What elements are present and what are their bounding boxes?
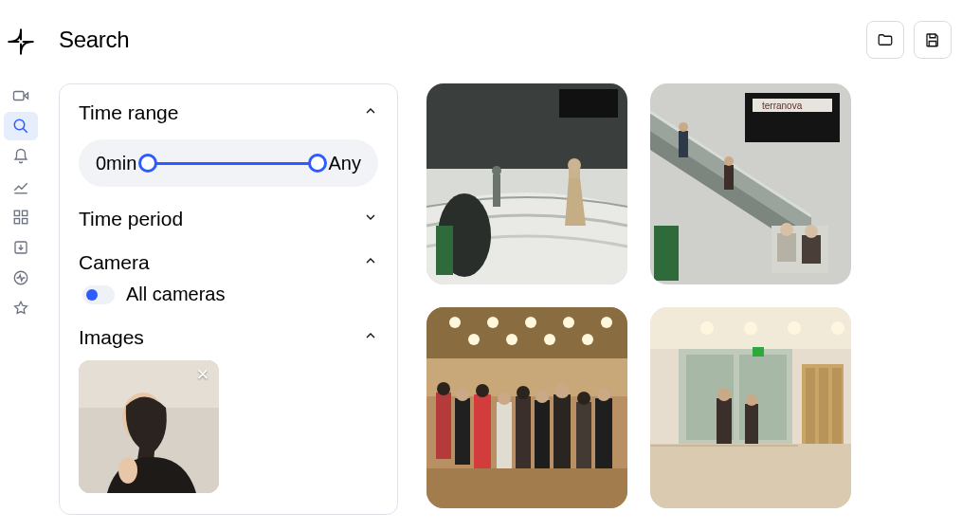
nav-health[interactable]: [4, 264, 38, 292]
section-time-period[interactable]: Time period: [79, 208, 378, 230]
result-mall-atrium[interactable]: [426, 83, 627, 284]
svg-rect-55: [516, 396, 531, 470]
nav-analytics[interactable]: [4, 173, 38, 201]
chevron-up-icon: [363, 103, 378, 122]
slider-handle-max[interactable]: [308, 154, 327, 173]
section-time-range[interactable]: Time range: [79, 101, 378, 124]
svg-point-60: [554, 383, 570, 398]
svg-point-38: [487, 317, 499, 328]
slider-max-label: Any: [329, 153, 361, 174]
camera-toggle[interactable]: [82, 285, 115, 304]
result-store-crowd[interactable]: [426, 307, 627, 508]
svg-rect-5: [23, 219, 27, 224]
svg-point-11: [118, 457, 137, 484]
main: Search Time range: [42, 0, 980, 531]
nav-download[interactable]: [4, 233, 38, 262]
svg-rect-75: [753, 347, 764, 357]
chevron-down-icon: [363, 210, 378, 229]
svg-point-18: [492, 166, 501, 175]
svg-point-70: [788, 321, 801, 335]
svg-rect-61: [576, 402, 591, 470]
svg-point-69: [744, 321, 757, 335]
svg-rect-3: [23, 211, 27, 215]
svg-point-43: [506, 334, 517, 345]
nav-alerts[interactable]: [4, 142, 38, 171]
svg-rect-17: [493, 174, 500, 207]
nav-search[interactable]: [4, 112, 38, 140]
svg-point-56: [517, 386, 530, 399]
svg-rect-0: [14, 92, 25, 101]
svg-rect-25: [679, 131, 688, 157]
svg-rect-47: [436, 393, 451, 459]
svg-rect-14: [559, 89, 618, 118]
svg-rect-32: [802, 235, 821, 264]
camera-selection: All cameras: [82, 284, 378, 305]
svg-rect-36: [426, 307, 627, 358]
svg-rect-20: [436, 226, 453, 275]
result-lobby-entrance[interactable]: [650, 307, 851, 508]
toggle-dot: [86, 289, 98, 301]
slider-handle-min[interactable]: [138, 154, 157, 173]
svg-point-54: [498, 392, 511, 405]
brand-logo: [6, 27, 36, 57]
slider-min-label: 0min: [96, 153, 136, 174]
section-camera[interactable]: Camera: [79, 251, 378, 274]
save-button[interactable]: [914, 21, 952, 59]
svg-point-45: [582, 334, 593, 345]
svg-point-44: [544, 334, 555, 345]
section-images[interactable]: Images: [79, 326, 378, 349]
svg-point-64: [597, 388, 610, 401]
svg-point-71: [831, 321, 844, 335]
svg-rect-27: [724, 165, 734, 190]
nav-video[interactable]: [4, 82, 38, 110]
svg-point-58: [535, 390, 549, 403]
svg-point-40: [563, 317, 574, 328]
nav-favorites[interactable]: [4, 294, 38, 322]
svg-rect-78: [745, 404, 758, 444]
svg-rect-49: [455, 398, 470, 465]
slider-track[interactable]: [148, 162, 317, 165]
header: Search: [59, 17, 952, 63]
svg-rect-84: [650, 444, 851, 508]
svg-point-50: [456, 388, 469, 401]
svg-rect-76: [717, 398, 732, 444]
svg-rect-63: [595, 398, 612, 472]
section-title: Time range: [79, 101, 178, 124]
svg-point-28: [724, 156, 734, 166]
svg-rect-34: [654, 226, 679, 281]
search-panel: Time range 0min Any Time period: [59, 83, 398, 515]
results-grid: terranova: [426, 83, 851, 515]
svg-rect-51: [474, 394, 491, 468]
nav-grid[interactable]: [4, 203, 38, 231]
time-range-slider[interactable]: 0min Any: [79, 139, 378, 187]
section-title: Camera: [79, 251, 150, 274]
open-folder-button[interactable]: [866, 21, 904, 59]
svg-point-1: [14, 119, 25, 130]
camera-selection-label: All cameras: [126, 284, 225, 305]
svg-rect-30: [777, 233, 796, 262]
section-title: Images: [79, 326, 144, 349]
query-image-thumb[interactable]: ×: [79, 360, 219, 493]
svg-point-52: [476, 384, 489, 397]
result-escalator[interactable]: terranova: [650, 83, 851, 284]
svg-rect-53: [497, 402, 512, 468]
svg-point-16: [568, 158, 581, 172]
chevron-up-icon: [363, 253, 378, 272]
svg-rect-2: [14, 211, 19, 215]
chevron-up-icon: [363, 328, 378, 347]
content: Time range 0min Any Time period: [59, 83, 952, 515]
svg-point-39: [525, 317, 536, 328]
svg-point-41: [601, 317, 612, 328]
svg-point-31: [780, 223, 793, 236]
sidebar: [0, 0, 42, 531]
svg-point-68: [700, 321, 714, 335]
svg-rect-4: [14, 219, 19, 224]
svg-point-77: [717, 388, 731, 401]
remove-image-button[interactable]: ×: [192, 364, 213, 385]
svg-rect-57: [535, 400, 550, 470]
svg-point-42: [468, 334, 480, 345]
section-title: Time period: [79, 208, 183, 230]
svg-point-48: [437, 382, 450, 395]
svg-point-37: [449, 317, 461, 328]
svg-point-33: [805, 225, 818, 238]
